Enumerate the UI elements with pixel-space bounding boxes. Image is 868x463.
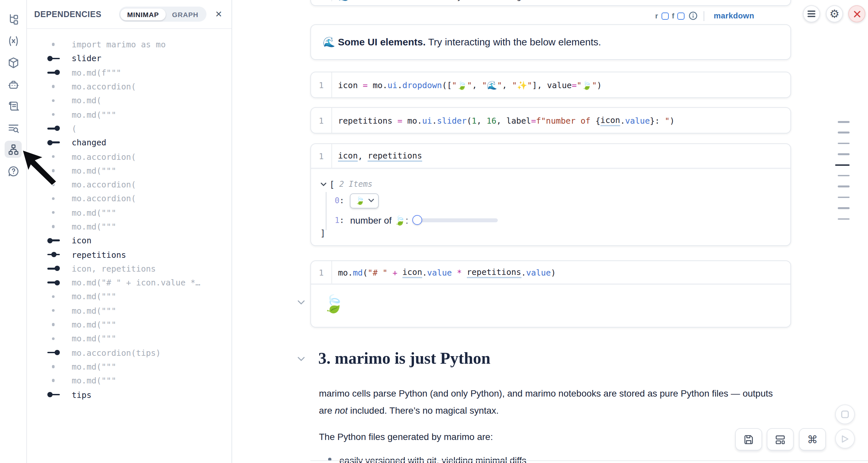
minimap-item-label: mo.md(""" [72,376,116,386]
minimap-item[interactable]: slider [27,52,231,66]
minimap-item[interactable]: mo.md(f""" [27,65,231,80]
mouse-cursor [22,149,62,189]
chevron-down-icon[interactable] [297,300,305,305]
minimap-item[interactable]: ( [27,122,231,136]
chevron-down-icon[interactable] [297,357,305,362]
code-cell-dropdown[interactable]: 1 icon = mo.ui.dropdown(["🍃", "🌊", "✨"],… [310,72,791,98]
minimap-item[interactable]: mo.md("# " + icon.value *… [27,276,231,290]
code-line[interactable]: icon, repetitions [332,144,422,168]
ai-chat-icon[interactable] [5,75,22,93]
menu-button[interactable] [803,5,820,22]
variable-node-icon [48,266,60,272]
slider-knob[interactable] [412,215,422,225]
line-number: 1 [311,116,332,125]
stop-button[interactable] [835,404,855,424]
save-icon [743,434,754,445]
info-icon[interactable] [689,11,698,21]
section-paragraph-2: The Python files generated by marimo are… [319,429,806,445]
minimap-item[interactable]: import marimo as mo [27,37,231,52]
tab-graph[interactable]: GRAPH [165,8,205,20]
minimap-item[interactable]: mo.md(""" [27,290,231,304]
repetitions-slider[interactable] [413,215,498,225]
reactive-toggle-icon[interactable] [661,12,669,20]
packages-icon[interactable] [5,54,22,71]
cell-marker[interactable] [838,218,849,220]
minimap-item[interactable]: mo.md(""" [27,206,231,220]
variables-icon[interactable] [5,32,22,49]
cell-marker[interactable] [838,143,849,144]
panel-view-tabs: MINIMAP GRAPH [119,7,207,22]
minimap-item-label: mo.md(""" [72,166,116,176]
minimap-item[interactable]: mo.md(""" [27,318,231,332]
minimap-item[interactable]: mo.md( [27,93,231,107]
cell-dot-icon [48,84,60,89]
minimap-item[interactable]: mo.accordion( [27,192,231,206]
active-cell-marker[interactable] [835,164,849,166]
minimap-item[interactable]: mo.md(""" [27,220,231,234]
command-icon: ⌘ [807,433,818,445]
code-line[interactable]: icon = mo.ui.dropdown(["🍃", "🌊", "✨"], v… [332,72,602,97]
variable-node-icon [48,279,60,285]
minimap-item[interactable]: mo.md(""" [27,360,231,374]
variable-node-icon [48,140,60,145]
code-cell-slider[interactable]: 1 repetitions = mo.ui.slider(1, 16, labe… [310,107,791,133]
cell-marker[interactable] [838,186,849,187]
dependency-graph-icon[interactable] [5,141,22,158]
clipped-code: 🌊 Some UI elements. Try interacting with… [332,0,645,1]
variable-node-icon [48,349,60,356]
cell-marker[interactable] [838,153,849,155]
code-line[interactable]: repetitions = mo.ui.slider(1, 16, label=… [332,108,675,133]
minimap-item[interactable]: icon [27,234,231,248]
save-button[interactable] [735,428,762,451]
minimap-item[interactable]: tips [27,388,231,402]
scratchpad-icon[interactable] [5,97,22,115]
minimap-item-label: mo.md(""" [72,208,116,217]
variable-node-icon [48,69,60,75]
minimap-item[interactable]: mo.md(""" [27,332,231,346]
icon-dropdown-select[interactable]: 🍃 [350,193,379,208]
line-number: 1 [311,0,332,1]
layout-button[interactable] [767,428,794,451]
markdown-output-cell[interactable]: 🌊 Some UI elements. Try interacting with… [310,24,791,60]
keyboard-shortcuts-button[interactable]: ⌘ [799,428,826,451]
logs-search-icon[interactable] [5,119,22,136]
variable-node-icon [48,238,60,244]
panel-title: DEPENDENCIES [34,9,101,19]
minimap-item-label: ( [72,124,76,133]
tab-minimap[interactable]: MINIMAP [121,8,166,20]
dropdown-value: 🍃 [355,196,365,205]
slider-track[interactable] [414,218,498,222]
cell-scroll-minimap[interactable] [835,121,849,229]
language-badge[interactable]: markdown [714,11,754,21]
code-cell-md-expr[interactable]: 1 mo.md("# " + icon.value * repetitions.… [310,260,791,328]
file-tree-icon[interactable] [5,10,22,28]
collapse-caret-icon[interactable] [320,182,327,186]
settings-button[interactable]: ⚙ [826,5,843,22]
minimap-item[interactable]: mo.accordion(tips) [27,346,231,360]
minimap-item[interactable]: repetitions [27,248,231,262]
panel-close-icon[interactable]: ✕ [215,10,222,19]
minimap-item[interactable]: mo.md(""" [27,374,231,388]
marimo-app: DEPENDENCIES MINIMAP GRAPH ✕ import mari… [0,0,868,463]
gear-icon: ⚙ [830,8,840,20]
minimap-item[interactable]: mo.md(""" [27,107,231,122]
item-index: 1 [335,215,339,225]
shutdown-button[interactable] [848,5,865,22]
items-count: 2 Items [339,180,373,189]
minimap-item[interactable]: icon, repetitions [27,262,231,276]
help-icon[interactable] [5,162,22,180]
clipped-markdown-source-cell[interactable]: 1 🌊 Some UI elements. Try interacting wi… [310,0,791,6]
cell-marker[interactable] [838,175,849,177]
cell-marker[interactable] [838,121,849,123]
tree-guide-line [326,192,327,230]
format-toggle-icon[interactable] [678,12,685,20]
run-button[interactable] [835,429,855,449]
minimap-item[interactable]: mo.md(""" [27,304,231,318]
minimap-item[interactable]: mo.accordion( [27,80,231,94]
cell-marker[interactable] [838,196,849,198]
code-cell-tuple[interactable]: 1 icon, repetitions [ 2 Items 0: 🍃 [310,143,791,246]
cell-marker[interactable] [838,132,849,133]
cell-marker[interactable] [838,207,849,209]
code-line[interactable]: mo.md("# " + icon.value * repetitions.va… [332,261,556,283]
minimap-item[interactable]: changed [27,135,231,150]
